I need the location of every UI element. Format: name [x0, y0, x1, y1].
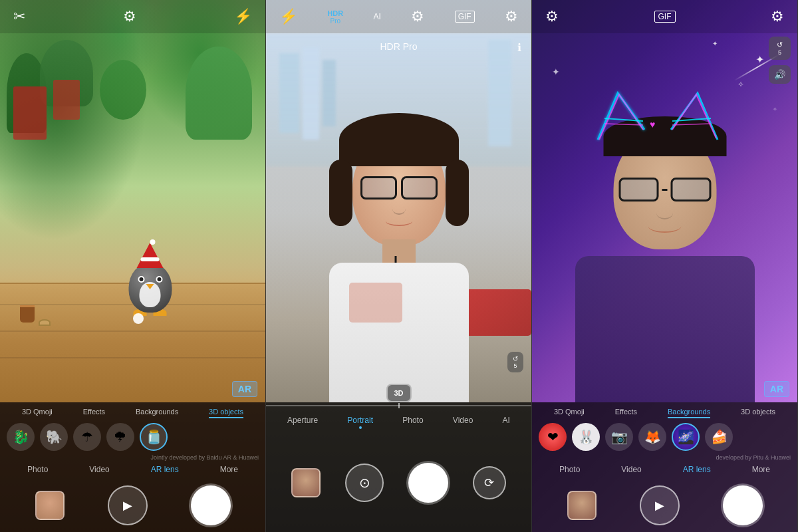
gallery-face-1	[37, 492, 63, 519]
cat-ears-svg: ♥	[585, 80, 731, 146]
sticker-1-5[interactable]: 🫙	[140, 423, 168, 451]
video-shutter-3[interactable]	[640, 485, 680, 525]
sparkle-3: ✦	[712, 40, 718, 47]
svg-line-1	[604, 124, 643, 125]
ar-tab-3d-qmoji-3[interactable]: 3D Qmoji	[554, 408, 585, 418]
settings-icon-5[interactable]: ⚙	[771, 8, 784, 25]
bottom-controls-1: 3D Qmoji Effects Backgrounds 3D objects …	[0, 402, 265, 532]
ar-tab-backgrounds-1[interactable]: Backgrounds	[136, 408, 178, 418]
mode-video-3[interactable]: Video	[621, 465, 641, 474]
hair-top	[339, 113, 459, 166]
face	[352, 133, 446, 246]
dev-text-3: developed by Pitu & Huawei	[532, 454, 797, 461]
timer-icon[interactable]: ↺ 5	[507, 352, 523, 372]
ar-tab-3d-qmoji-1[interactable]: 3D Qmoji	[22, 408, 53, 418]
sticker-3-1[interactable]: ❤	[539, 423, 567, 451]
photo-tab-2[interactable]: Photo	[402, 416, 423, 429]
camera-shutter-3[interactable]	[723, 485, 763, 525]
ar-tab-3d-objects-3[interactable]: 3D objects	[741, 408, 775, 418]
shutter-row-3	[532, 478, 797, 532]
panel-3: ✦ ✧ ✦ ✧ ✦	[532, 0, 798, 532]
video-shutter-1[interactable]	[108, 485, 148, 525]
gif-icon[interactable]: GIF	[455, 11, 475, 23]
gallery-face-2	[293, 469, 319, 496]
sticker-1-2[interactable]: 🐘	[40, 423, 68, 451]
hdr-pro-center: HDR Pro	[327, 9, 343, 25]
mode-photo-1[interactable]: Photo	[27, 465, 48, 474]
hair-right	[446, 160, 469, 226]
ar-badge-1: AR	[232, 381, 257, 397]
mode-video-1[interactable]: Video	[89, 465, 109, 474]
mode-photo-3[interactable]: Photo	[559, 465, 580, 474]
ar-tab-effects-1[interactable]: Effects	[83, 408, 105, 418]
gallery-thumbnail-3[interactable]	[567, 491, 597, 520]
shutter-row-1	[0, 478, 265, 532]
sparkle-4: ✧	[773, 106, 777, 112]
ar-stickers-1: 🐉 🐘 ☂ 🌩 🫙	[0, 420, 265, 454]
gif-icon-2[interactable]: GIF	[654, 11, 676, 23]
sticker-1-3[interactable]: ☂	[73, 423, 101, 451]
portrait-tab[interactable]: Portrait	[347, 416, 373, 429]
settings-icon-3[interactable]: ⚙	[505, 8, 518, 25]
flip-camera-btn[interactable]: ⟳	[473, 466, 506, 499]
mode-icon-btn[interactable]: ⊙	[345, 464, 384, 502]
info-icon[interactable]: ℹ	[517, 41, 521, 54]
mode-ar-lens-1[interactable]: AR lens	[151, 465, 179, 474]
ar-stickers-3: ❤ 🐰 📷 🦊 🌌 🍰	[532, 420, 797, 454]
scissor-icon[interactable]: ✂	[13, 8, 25, 25]
tree-3	[186, 47, 252, 140]
sticker-1-1[interactable]: 🐉	[7, 423, 35, 451]
panel-2: HDR Pro ℹ ⚡ HDR Pro AI ⚙ GIF ⚙ 3D ↺ 5 Ap…	[266, 0, 532, 532]
plank-2	[0, 331, 265, 332]
camera-modes-1: Photo Video AR lens More	[0, 461, 265, 478]
camera-shutter-2[interactable]	[408, 463, 448, 503]
panel-1: AR ✂ ⚙ ⚡ 3D Qmoji Effects Backgrounds 3D…	[0, 0, 266, 532]
exposure-slider[interactable]	[266, 405, 531, 406]
tree-4	[100, 60, 146, 120]
lightning-icon-2[interactable]: ⚡	[279, 8, 297, 25]
video-tab-2[interactable]: Video	[453, 416, 473, 429]
gallery-thumbnail-1[interactable]	[35, 491, 65, 520]
camera-shutter-1[interactable]	[191, 485, 231, 525]
ai-tab[interactable]: AI	[503, 416, 510, 429]
ar-tab-3d-objects-1[interactable]: 3D objects	[209, 408, 243, 418]
mode-3d-button[interactable]: 3D	[386, 384, 411, 402]
ar-tab-backgrounds-3[interactable]: Backgrounds	[668, 408, 710, 418]
camera-view-2: HDR Pro ℹ	[266, 33, 531, 402]
food-bowl	[39, 319, 51, 326]
sticker-3-3[interactable]: 📷	[605, 423, 633, 451]
sticker-3-4[interactable]: 🦊	[638, 423, 666, 451]
mouth-3	[648, 219, 682, 233]
sound-btn-3[interactable]: 🔊	[769, 65, 791, 84]
settings-icon-1[interactable]: ⚙	[123, 8, 136, 25]
settings-icon-2[interactable]: ⚙	[411, 8, 424, 25]
hdr-label: HDR	[327, 9, 343, 17]
shutter-inner-2	[412, 466, 445, 499]
ar-badge-3: AR	[764, 381, 789, 397]
aperture-tab[interactable]: Aperture	[287, 416, 318, 429]
timer-btn-3[interactable]: ↺ 5	[769, 37, 791, 60]
ar-tab-effects-3[interactable]: Effects	[615, 408, 637, 418]
mouth	[386, 216, 412, 226]
shutter-inner-1	[194, 489, 227, 522]
neck	[382, 239, 416, 266]
sticker-3-6[interactable]: 🍰	[705, 423, 733, 451]
shirt	[329, 263, 469, 402]
lightning-icon-1[interactable]: ⚡	[234, 8, 252, 25]
sticker-3-5[interactable]: 🌌	[672, 423, 700, 451]
bottom-controls-2: Aperture Portrait Photo Video AI ⊙ ⟳	[266, 402, 531, 532]
mode-ar-lens-3[interactable]: AR lens	[683, 465, 711, 474]
mode-more-1[interactable]: More	[220, 465, 238, 474]
sticker-1-4[interactable]: 🌩	[106, 423, 134, 451]
shutter-row-2: ⊙ ⟳	[266, 433, 531, 532]
sticker-3-2[interactable]: 🐰	[572, 423, 600, 451]
mode-more-3[interactable]: More	[752, 465, 770, 474]
hat-pom	[150, 239, 156, 245]
food-cup	[20, 305, 35, 323]
settings-icon-4[interactable]: ⚙	[545, 8, 559, 25]
hair-left	[329, 160, 352, 226]
ai-label[interactable]: AI	[374, 12, 381, 21]
pro-label: Pro	[331, 17, 341, 25]
gallery-thumbnail-2[interactable]	[291, 468, 321, 497]
ar-tabs-3: 3D Qmoji Effects Backgrounds 3D objects	[532, 402, 797, 420]
